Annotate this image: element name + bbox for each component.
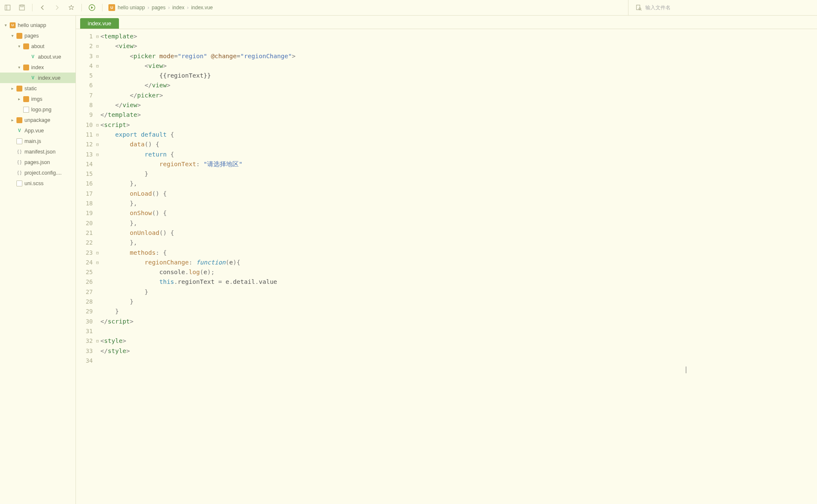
code-line[interactable]: console.log(e); <box>100 267 817 277</box>
chevron-right-icon: › <box>148 5 149 11</box>
tree-twist-icon[interactable]: ▾ <box>3 23 8 27</box>
code-line[interactable]: regionChange: function(e){ <box>100 258 817 267</box>
tree-item-label: imgs <box>31 96 42 102</box>
file-search <box>628 0 814 15</box>
code-area[interactable]: 1234567891011121314151617181920212223242… <box>76 29 817 504</box>
breadcrumb-item[interactable]: index <box>172 5 184 11</box>
tree-item[interactable]: { }project.config.... <box>0 167 75 178</box>
breadcrumb-item[interactable]: hello uniapp <box>118 5 145 11</box>
code-line[interactable]: </template> <box>100 110 817 120</box>
tree-twist-icon[interactable]: ▸ <box>17 97 21 101</box>
code-line[interactable]: onShow() { <box>100 208 817 218</box>
tree-item-label: unpackage <box>24 117 50 123</box>
code-line[interactable]: </style> <box>100 346 817 356</box>
svg-rect-3 <box>21 5 23 7</box>
tree-twist-icon[interactable]: ▸ <box>10 86 14 91</box>
code-line[interactable]: }, <box>100 179 817 189</box>
code-line[interactable]: onLoad() { <box>100 189 817 199</box>
code-line[interactable]: } <box>100 307 817 316</box>
search-input[interactable] <box>645 5 814 11</box>
code-line[interactable]: }, <box>100 238 817 248</box>
tree-item[interactable]: ▸unpackage <box>0 115 75 125</box>
vue-icon: V <box>30 75 36 81</box>
code-line[interactable]: </picker> <box>100 91 817 100</box>
tree-item[interactable]: ▾pages <box>0 30 75 41</box>
search-file-icon[interactable] <box>634 3 643 12</box>
code-line[interactable]: </script> <box>100 317 817 326</box>
code-line[interactable]: <template> <box>100 32 817 41</box>
vue-icon: V <box>30 54 36 60</box>
save-icon[interactable] <box>18 3 26 12</box>
file-icon <box>16 138 22 144</box>
tree-twist-icon[interactable]: ▾ <box>10 33 14 38</box>
svg-rect-2 <box>19 5 24 10</box>
tree-item-label: App.vue <box>24 128 44 134</box>
tree-item[interactable]: ▾index <box>0 62 75 73</box>
panel-toggle-icon[interactable] <box>3 3 12 12</box>
star-icon[interactable] <box>67 3 75 12</box>
code-line[interactable]: </view> <box>100 81 817 90</box>
text-cursor <box>686 367 686 373</box>
forward-icon[interactable] <box>53 3 61 12</box>
code-line[interactable]: } <box>100 169 817 179</box>
run-icon[interactable] <box>88 3 96 12</box>
tree-item[interactable]: ▾about <box>0 41 75 51</box>
json-icon: { } <box>16 159 22 165</box>
code-line[interactable]: onUnload() { <box>100 228 817 238</box>
tree-item[interactable]: ▸imgs <box>0 94 75 104</box>
code-line[interactable]: regionText: "请选择地区" <box>100 159 817 169</box>
proj-icon: U <box>10 22 16 28</box>
toolbar: U hello uniapp › pages › index › index.v… <box>0 0 817 16</box>
code-line[interactable]: return { <box>100 150 817 159</box>
breadcrumb-item[interactable]: index.vue <box>191 5 213 11</box>
tree-item[interactable]: { }pages.json <box>0 157 75 167</box>
tree-item[interactable]: Vabout.vue <box>0 51 75 62</box>
folder-open-icon <box>23 43 29 49</box>
code-line[interactable] <box>100 326 817 336</box>
tree-item-label: index <box>31 65 44 70</box>
code-line[interactable]: <view> <box>100 61 817 71</box>
tree-twist-icon[interactable]: ▾ <box>17 65 21 70</box>
tree-item-label: about.vue <box>38 54 61 60</box>
tree-twist-icon[interactable]: ▾ <box>17 44 21 49</box>
code-line[interactable]: this.regionText = e.detail.value <box>100 277 817 287</box>
tree-item[interactable]: main.js <box>0 136 75 146</box>
code-line[interactable]: }, <box>100 218 817 228</box>
tree-twist-icon[interactable]: ▸ <box>10 118 14 122</box>
chevron-right-icon: › <box>168 5 170 11</box>
code-line[interactable]: } <box>100 287 817 297</box>
file-tree[interactable]: ▾Uhello uniapp▾pages▾aboutVabout.vue▾ind… <box>0 16 76 504</box>
code-line[interactable]: data() { <box>100 140 817 149</box>
tree-item[interactable]: { }manifest.json <box>0 146 75 157</box>
tab-active[interactable]: index.vue <box>80 18 119 29</box>
code-line[interactable]: <picker mode="region" @change="regionCha… <box>100 51 817 61</box>
tree-item[interactable]: ▸static <box>0 83 75 94</box>
code-line[interactable]: <style> <box>100 336 817 346</box>
tree-item-label: static <box>24 86 37 92</box>
code-line[interactable]: <view> <box>100 41 817 51</box>
back-icon[interactable] <box>38 3 47 12</box>
tree-item[interactable]: ▾Uhello uniapp <box>0 20 75 30</box>
code-content[interactable]: <template> <view> <picker mode="region" … <box>100 29 817 504</box>
code-line[interactable]: }, <box>100 199 817 208</box>
svg-line-7 <box>641 10 642 11</box>
fold-gutter[interactable]: ⊟⊟⊟⊟⊟⊟⊟⊟⊟⊟⊟ <box>94 29 100 504</box>
tree-item[interactable]: Vindex.vue <box>0 73 75 83</box>
code-line[interactable]: export default { <box>100 130 817 140</box>
folder-open-icon <box>16 33 22 39</box>
code-line[interactable]: } <box>100 297 817 307</box>
code-line[interactable]: {{regionText}} <box>100 71 817 81</box>
file-icon <box>16 181 22 186</box>
project-icon: U <box>108 4 115 11</box>
tree-item-label: main.js <box>24 138 41 144</box>
tree-item[interactable]: uni.scss <box>0 178 75 189</box>
code-line[interactable]: </view> <box>100 100 817 110</box>
tree-item[interactable]: logo.png <box>0 104 75 115</box>
tree-item[interactable]: VApp.vue <box>0 125 75 136</box>
breadcrumb-item[interactable]: pages <box>152 5 166 11</box>
code-line[interactable]: <script> <box>100 120 817 130</box>
code-line[interactable] <box>100 356 817 366</box>
tree-item-label: hello uniapp <box>18 22 46 28</box>
separator <box>102 4 102 11</box>
code-line[interactable]: methods: { <box>100 248 817 258</box>
